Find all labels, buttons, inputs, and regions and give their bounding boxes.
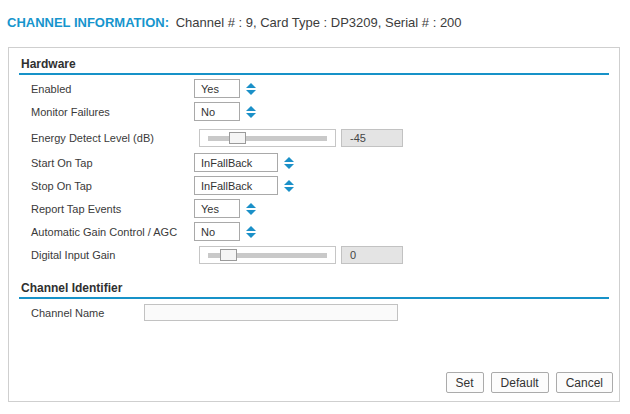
row-start-on-tap: Start On Tap InFallBack <box>31 153 619 172</box>
monitor-failures-select[interactable]: No <box>194 102 240 121</box>
spinner-up-icon[interactable] <box>284 180 294 185</box>
slider-track[interactable] <box>208 253 327 258</box>
spinner-down-icon[interactable] <box>284 164 294 169</box>
agc-label: Automatic Gain Control / AGC <box>31 226 194 238</box>
digital-input-gain-slider[interactable] <box>199 246 336 264</box>
energy-detect-level-slider[interactable] <box>199 129 336 147</box>
start-on-tap-spinner[interactable] <box>284 157 294 169</box>
row-monitor-failures: Monitor Failures No <box>31 102 619 121</box>
spinner-down-icon[interactable] <box>246 210 256 215</box>
channel-summary: Channel # : 9, Card Type : DP3209, Seria… <box>176 15 462 30</box>
row-agc: Automatic Gain Control / AGC No <box>31 222 619 241</box>
start-on-tap-label: Start On Tap <box>31 157 194 169</box>
channel-name-input[interactable] <box>144 304 398 321</box>
stop-on-tap-label: Stop On Tap <box>31 180 194 192</box>
agc-select[interactable]: No <box>194 222 240 241</box>
spinner-down-icon[interactable] <box>246 233 256 238</box>
agc-spinner[interactable] <box>246 226 256 238</box>
page-header: CHANNEL INFORMATION: Channel # : 9, Card… <box>7 15 462 30</box>
report-tap-events-select[interactable]: Yes <box>194 199 240 218</box>
row-energy-detect-level: Energy Detect Level (dB) -45 <box>31 129 619 147</box>
channel-information-panel: Hardware Enabled Yes Monitor Failures No… <box>8 47 620 402</box>
stop-on-tap-spinner[interactable] <box>284 180 294 192</box>
spinner-up-icon[interactable] <box>246 83 256 88</box>
enabled-select[interactable]: Yes <box>194 79 240 98</box>
energy-detect-level-value: -45 <box>341 129 403 147</box>
section-title-channel-identifier: Channel Identifier <box>19 281 609 299</box>
spinner-up-icon[interactable] <box>246 203 256 208</box>
stop-on-tap-select[interactable]: InFallBack <box>194 176 278 195</box>
report-tap-events-spinner[interactable] <box>246 203 256 215</box>
row-report-tap-events: Report Tap Events Yes <box>31 199 619 218</box>
spinner-up-icon[interactable] <box>284 157 294 162</box>
section-title-hardware: Hardware <box>19 57 609 75</box>
row-digital-input-gain: Digital Input Gain 0 <box>31 246 619 264</box>
digital-input-gain-label: Digital Input Gain <box>31 249 194 261</box>
energy-detect-level-label: Energy Detect Level (dB) <box>31 132 194 144</box>
monitor-failures-label: Monitor Failures <box>31 106 194 118</box>
spinner-down-icon[interactable] <box>284 187 294 192</box>
digital-input-gain-value: 0 <box>341 246 403 264</box>
row-stop-on-tap: Stop On Tap InFallBack <box>31 176 619 195</box>
default-button[interactable]: Default <box>491 372 549 393</box>
row-channel-name: Channel Name <box>31 304 619 321</box>
spinner-down-icon[interactable] <box>246 113 256 118</box>
channel-name-label: Channel Name <box>31 307 144 319</box>
enabled-label: Enabled <box>31 83 194 95</box>
spinner-down-icon[interactable] <box>246 90 256 95</box>
button-row: Set Default Cancel <box>446 372 613 393</box>
page-title: CHANNEL INFORMATION: <box>7 15 169 30</box>
report-tap-events-label: Report Tap Events <box>31 203 194 215</box>
slider-thumb[interactable] <box>220 249 237 261</box>
set-button[interactable]: Set <box>446 372 484 393</box>
start-on-tap-select[interactable]: InFallBack <box>194 153 278 172</box>
enabled-spinner[interactable] <box>246 83 256 95</box>
row-enabled: Enabled Yes <box>31 79 619 98</box>
monitor-failures-spinner[interactable] <box>246 106 256 118</box>
cancel-button[interactable]: Cancel <box>556 372 613 393</box>
slider-track[interactable] <box>208 136 327 141</box>
spinner-up-icon[interactable] <box>246 226 256 231</box>
slider-thumb[interactable] <box>229 132 246 144</box>
spinner-up-icon[interactable] <box>246 106 256 111</box>
